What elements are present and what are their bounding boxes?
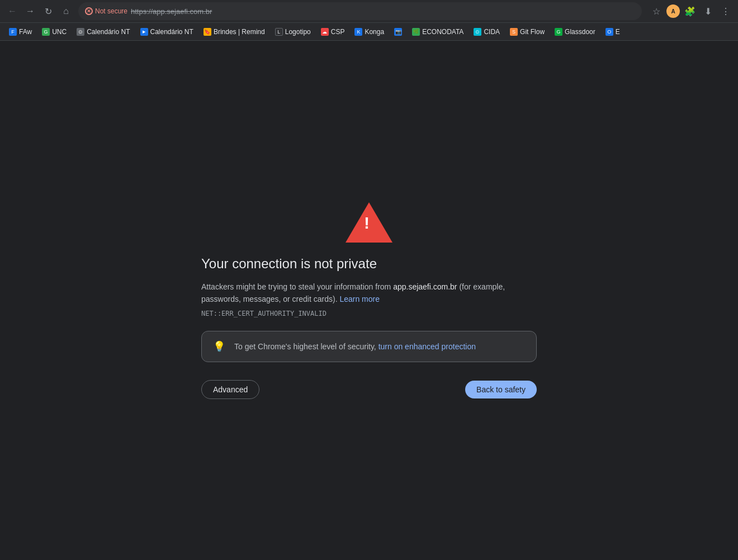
forward-button[interactable]: → (22, 3, 38, 19)
bookmark-unc[interactable]: G UNC (37, 26, 71, 38)
advanced-button[interactable]: Advanced (201, 380, 259, 399)
bookmark-cida[interactable]: ⊙ CIDA (469, 26, 504, 38)
bookmark-last-label: E (616, 28, 620, 36)
favicon-calendario-nt-2: ▶ (140, 28, 148, 36)
home-button[interactable]: ⌂ (58, 3, 74, 19)
enhanced-protection-link[interactable]: turn on enhanced protection (379, 342, 476, 351)
extensions-button[interactable]: 🧩 (682, 3, 698, 19)
bookmark-calendario-nt-1[interactable]: ⊙ Calendário NT (72, 26, 134, 38)
toolbar-icons: ☆ A 🧩 ⬇ ⋮ (649, 3, 734, 19)
security-suggestion-box: 💡 To get Chrome's highest level of secur… (201, 331, 537, 362)
error-container: Your connection is not private Attackers… (201, 202, 537, 400)
bookmark-cida-label: CIDA (484, 28, 500, 36)
bookmark-camera[interactable]: 📷 (390, 26, 406, 38)
refresh-button[interactable]: ↻ (40, 3, 56, 19)
bookmark-csp[interactable]: ☁ CSP (316, 26, 349, 38)
nav-bar: ← → ↻ ⌂ ✕ Not secure https://app.sejaefi… (0, 0, 738, 22)
bookmark-gitflow[interactable]: S Git Flow (505, 26, 549, 38)
bookmark-calendario-nt-2-label: Calendário NT (150, 28, 193, 36)
downloads-button[interactable]: ⬇ (700, 3, 716, 19)
browser-chrome: ← → ↻ ⌂ ✕ Not secure https://app.sejaefi… (0, 0, 738, 41)
bookmark-econodata-label: ECONODATA (422, 28, 463, 36)
favicon-calendario-nt-1: ⊙ (77, 28, 84, 36)
bookmark-gitflow-label: Git Flow (520, 28, 545, 36)
bookmark-unc-label: UNC (52, 28, 67, 36)
bookmark-calendario-nt-2[interactable]: ▶ Calendário NT (136, 26, 198, 38)
profile-avatar[interactable]: A (666, 4, 680, 18)
favicon-gitflow: S (510, 28, 518, 36)
bookmark-glassdoor[interactable]: G Glassdoor (550, 26, 600, 38)
bookmark-konga[interactable]: K Konga (350, 26, 389, 38)
not-secure-badge: ✕ Not secure (85, 7, 127, 15)
warning-triangle-icon (346, 202, 392, 243)
bookmark-faw[interactable]: F FAw (4, 26, 36, 38)
bookmark-logotipo-label: Logotipo (285, 28, 311, 36)
favicon-konga: K (354, 28, 362, 36)
favicon-csp: ☁ (321, 28, 329, 36)
back-to-safety-button[interactable]: Back to safety (465, 381, 537, 398)
back-button[interactable]: ← (4, 3, 20, 19)
favicon-brindes: 🔖 (204, 28, 211, 36)
star-button[interactable]: ☆ (649, 3, 664, 19)
error-code: NET::ERR_CERT_AUTHORITY_INVALID (201, 310, 537, 317)
main-content: Your connection is not private Attackers… (0, 41, 738, 560)
bulb-icon: 💡 (213, 340, 225, 353)
bookmark-last[interactable]: O E (601, 26, 625, 38)
bookmark-faw-label: FAw (19, 28, 32, 36)
favicon-faw: F (9, 28, 17, 36)
favicon-econodata: 🌿 (412, 28, 420, 36)
menu-button[interactable]: ⋮ (718, 3, 734, 19)
url-display: https://app.sejaefi.com.br (131, 7, 212, 16)
bookmark-csp-label: CSP (331, 28, 345, 36)
favicon-logotipo: L (275, 28, 283, 36)
not-secure-label: Not secure (95, 7, 127, 15)
error-domain: app.sejaefi.com.br (393, 282, 457, 291)
action-buttons: Advanced Back to safety (201, 380, 537, 399)
bookmark-econodata[interactable]: 🌿 ECONODATA (408, 26, 468, 38)
warning-icon-wrapper (201, 202, 537, 243)
learn-more-link[interactable]: Learn more (339, 295, 380, 303)
bookmark-brindes-label: Brindes | Remind (214, 28, 265, 36)
security-suggestion-text: To get Chrome's highest level of securit… (234, 342, 476, 351)
error-description: Attackers might be trying to steal your … (201, 281, 537, 306)
favicon-last: O (605, 28, 613, 36)
not-secure-icon: ✕ (85, 7, 93, 15)
security-suggestion-prefix: To get Chrome's highest level of securit… (234, 342, 379, 351)
bookmarks-bar: F FAw G UNC ⊙ Calendário NT ▶ Calendário… (0, 22, 738, 40)
address-bar[interactable]: ✕ Not secure https://app.sejaefi.com.br (78, 2, 642, 20)
favicon-unc: G (42, 28, 50, 36)
bookmark-brindes[interactable]: 🔖 Brindes | Remind (199, 26, 269, 38)
bookmark-glassdoor-label: Glassdoor (565, 28, 595, 36)
favicon-cida: ⊙ (474, 28, 481, 36)
favicon-glassdoor: G (555, 28, 562, 36)
error-title: Your connection is not private (201, 256, 537, 272)
bookmark-calendario-nt-1-label: Calendário NT (87, 28, 130, 36)
bookmark-konga-label: Konga (365, 28, 384, 36)
favicon-camera: 📷 (394, 28, 402, 36)
bookmark-logotipo[interactable]: L Logotipo (271, 26, 315, 38)
error-description-part1: Attackers might be trying to steal your … (201, 282, 393, 291)
